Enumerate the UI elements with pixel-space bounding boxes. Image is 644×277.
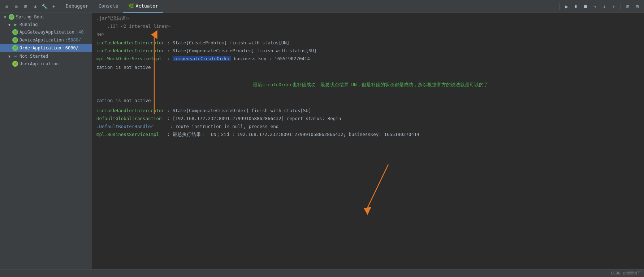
step-out-icon[interactable]: ↑ xyxy=(610,3,618,10)
sidebar: ▼ 🌿 Spring Boot ▼ ▶ Running 🌿 ApiGateway… xyxy=(0,13,92,269)
running-expand-icon: ▼ xyxy=(7,22,12,27)
svg-line-3 xyxy=(367,164,388,210)
sidebar-title: Spring Boot xyxy=(16,14,44,19)
align2-icon[interactable]: ≡ xyxy=(12,3,20,10)
sidebar-notstarted-group[interactable]: ▼ ✂ Not Started xyxy=(0,53,92,60)
status-bar: CSDN @锦程锦车 xyxy=(0,269,644,277)
expand-icon: ▼ xyxy=(3,15,7,19)
tab-debugger[interactable]: Debugger xyxy=(61,0,94,13)
notstarted-label: Not Started xyxy=(20,54,48,59)
status-right-text: CSDN @锦程锦车 xyxy=(611,271,641,276)
console-line-9: zation is not active xyxy=(92,63,644,71)
running-indicator: ▶ xyxy=(13,22,18,27)
apigateway-port: :40 xyxy=(76,30,84,35)
toolbar-right-icons: ▶ ⏸ ⏹ ↷ ↓ ↑ ⊞ ⊟ xyxy=(558,3,641,10)
console-line-22: mpl.BusinessServiceImpl : 最总执行结果： UN；xid… xyxy=(92,131,644,138)
toolbar: ≡ ≡ ⊞ ⚗ 🔧 + Debugger Console 🌿 Actuator … xyxy=(0,0,644,13)
step-over-icon[interactable]: ↷ xyxy=(591,3,599,10)
console-line-19: iceTaskHandlerInterceptor : State[Compen… xyxy=(92,107,644,115)
console-line-1: .jar气流街道> xyxy=(92,14,644,22)
device-label: DeviceApplication xyxy=(20,38,64,43)
frame-icon[interactable]: ⊞ xyxy=(624,3,632,10)
console-line-6: iceTaskHandlerInterceptor : State[Compen… xyxy=(92,47,644,55)
scissors-icon: ✂ xyxy=(13,54,18,59)
console-line-7: mpl.WorkOrderServiceImpl : compensateCre… xyxy=(92,55,644,63)
console-line-3: ne> xyxy=(92,30,644,38)
actuator-icon: 🌿 xyxy=(128,3,134,9)
config-icon[interactable]: 🔧 xyxy=(40,3,48,10)
stop-icon[interactable]: ⏹ xyxy=(582,3,589,10)
sidebar-item-user[interactable]: 🌿 UserApplication xyxy=(0,60,92,68)
layout-icon[interactable]: ⊟ xyxy=(633,3,641,10)
toolbar-tabs: Debugger Console 🌿 Actuator xyxy=(61,0,163,13)
annotation-text: 最后createOrder也补偿成功，最总状态结果 UN，但是补偿的状态都是成功… xyxy=(253,82,488,87)
tab-actuator[interactable]: 🌿 Actuator xyxy=(123,0,163,13)
sidebar-item-order[interactable]: 🌿 OrderApplication :6080/ xyxy=(0,44,92,52)
user-label: UserApplication xyxy=(20,61,59,66)
tab-console[interactable]: Console xyxy=(94,0,124,13)
sidebar-running-group[interactable]: ▼ ▶ Running xyxy=(0,21,92,28)
filter-icon[interactable]: ⚗ xyxy=(31,3,39,10)
notstarted-expand-icon: ▼ xyxy=(7,54,12,58)
apigateway-spring-icon: 🌿 xyxy=(12,29,18,35)
resume-icon[interactable]: ▶ xyxy=(563,3,571,10)
tab-console-label: Console xyxy=(99,3,118,9)
console-line-21: .DefaultRouterHandler : route instructio… xyxy=(92,123,644,131)
sidebar-item-device[interactable]: 🌿 DeviceApplication :5080/ xyxy=(0,36,92,44)
console-line-5: iceTaskHandlerInterceptor : State[Create… xyxy=(92,39,644,47)
console-annotation: 最后createOrder也补偿成功，最总状态结果 UN，但是补偿的状态都是成功… xyxy=(92,74,644,96)
console-area[interactable]: .jar气流街道> .13] <2 internal lines> ne> ic… xyxy=(92,13,644,269)
tab-debugger-label: Debugger xyxy=(66,3,88,9)
apigateway-label: ApiGatewayApplication xyxy=(20,30,74,35)
sidebar-springboot-header[interactable]: ▼ 🌿 Spring Boot xyxy=(0,13,92,21)
step-into-icon[interactable]: ↓ xyxy=(600,3,608,10)
console-line-2: .13] <2 internal lines> xyxy=(92,22,644,30)
order-spring-icon: 🌿 xyxy=(12,45,18,51)
console-line-20: DefaultGlobalTransaction : [192.168.172.… xyxy=(92,115,644,123)
order-port: :6080/ xyxy=(63,45,78,50)
pause-icon[interactable]: ⏸ xyxy=(572,3,580,10)
order-label: OrderApplication xyxy=(20,45,61,50)
add-icon[interactable]: + xyxy=(50,3,58,10)
running-label: Running xyxy=(20,22,38,27)
device-spring-icon: 🌿 xyxy=(12,37,18,43)
tree-icon[interactable]: ⊞ xyxy=(22,3,30,10)
console-line-15: zation is not active xyxy=(92,97,644,105)
align-icon[interactable]: ≡ xyxy=(3,3,11,10)
tab-actuator-label: Actuator xyxy=(135,3,158,9)
sidebar-item-apigateway[interactable]: 🌿 ApiGatewayApplication :40 xyxy=(0,28,92,36)
device-port: :5080/ xyxy=(65,38,81,43)
user-spring-icon: 🌿 xyxy=(12,61,18,67)
spring-logo-icon: 🌿 xyxy=(9,14,14,20)
main-layout: ▼ 🌿 Spring Boot ▼ ▶ Running 🌿 ApiGateway… xyxy=(0,13,644,269)
